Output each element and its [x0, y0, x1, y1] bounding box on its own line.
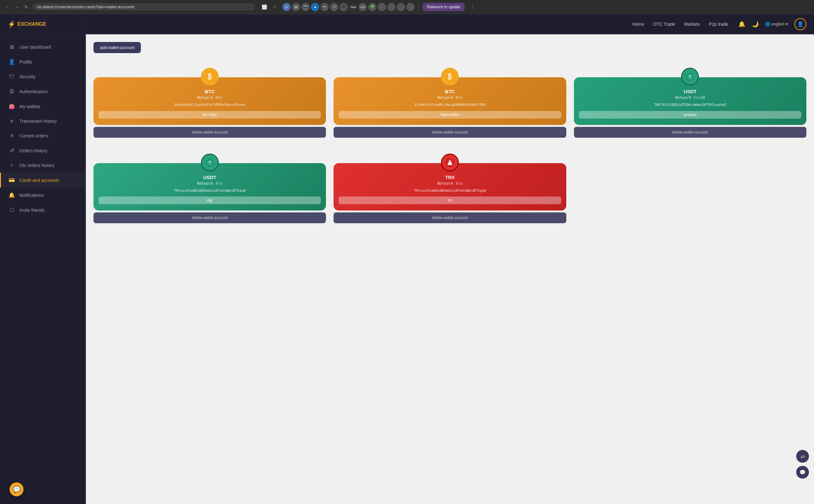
- divider: [418, 4, 419, 10]
- security-icon: 🛡: [9, 74, 15, 79]
- wallet-card-usdt-trc20: T USDT Network trc20 TW5Tk5SJ8QZoVZE8Hcx…: [574, 66, 806, 138]
- ext-screen[interactable]: ⬛: [340, 3, 348, 11]
- usdt-trc20-currency: USDT: [579, 89, 801, 94]
- wallet-card-btc-fake: ₿ BTC Network btc 3JJmF63ifcamPLiAmLgG96…: [334, 66, 566, 138]
- wallets-icon: 👛: [9, 103, 15, 109]
- ext-camera[interactable]: 📷: [301, 3, 310, 11]
- usdt-trc20-address: TW5Tk5SJ8QZoVZE8HcxWdmj9PTM21wqYpR: [579, 102, 801, 108]
- usdt-trx-delete-button[interactable]: delete-wallet-account: [93, 212, 326, 223]
- add-wallet-button[interactable]: add-wallet-account: [93, 42, 141, 53]
- wallet-card-inner-btc-main: ₿ BTC Network btc 34xp4vRoCGJym3xR7yCVPF…: [93, 77, 326, 125]
- nav-links: Home OTC Trade Markets P2p trade: [632, 20, 728, 28]
- ext-gray4[interactable]: [406, 3, 415, 11]
- btc-main-delete-button[interactable]: delete-wallet-account: [93, 127, 326, 138]
- trx-currency: TRX: [339, 175, 561, 180]
- ext-36[interactable]: 36: [292, 3, 300, 11]
- nav-p2p[interactable]: P2p trade: [709, 20, 728, 28]
- btc-fake-address: 3JJmF63ifcamPLiAmLgG96RA599yNtY3EQ: [339, 102, 561, 108]
- trx-network: Network trx: [339, 181, 561, 186]
- sidebar-item-otc-orders-history[interactable]: ≈ Otc orders history: [0, 158, 86, 173]
- orders-history-icon: ↺: [9, 148, 15, 154]
- reload-button[interactable]: ↻: [23, 3, 30, 10]
- usdt-trx-address: THtvvz5twQ8sQN3mdo1xRYoCmNpiBTZgxW: [99, 188, 321, 194]
- bookmark-icon[interactable]: ☆: [270, 3, 279, 11]
- lang-label: english: [771, 22, 784, 26]
- float-right-buttons: ⇄ 💬: [796, 450, 809, 479]
- ext-gray2[interactable]: [387, 3, 396, 11]
- sidebar-item-label: User dashboard: [19, 45, 51, 50]
- cast-icon[interactable]: ⬜: [260, 3, 268, 11]
- usdt-trc20-network: Network trc20: [579, 95, 801, 100]
- ext-gray3[interactable]: [397, 3, 405, 11]
- sidebar-item-label: Profile: [19, 59, 32, 65]
- nav-right: 🔔 🌙 🌐 english ▾ 👤: [738, 18, 806, 30]
- relaunch-button[interactable]: Relaunch to update: [423, 3, 465, 11]
- invite-icon: ⬡: [9, 207, 15, 213]
- logo-icon: ⚡: [8, 20, 16, 28]
- trx-address: THtvvz5twQ8sQN3mdo1xRYoCmNpiBTZgxW: [339, 188, 561, 194]
- menu-icon[interactable]: ⋮: [468, 3, 477, 11]
- sidebar-item-authentication[interactable]: ☰ Authentication: [0, 84, 86, 99]
- theme-toggle[interactable]: 🌙: [752, 21, 759, 28]
- bell-button[interactable]: 🔔: [738, 21, 745, 28]
- sidebar-item-cards-and-accounts[interactable]: 💳 Cards and accounts: [0, 173, 86, 188]
- btc-fake-icon: ₿: [441, 68, 459, 86]
- wallet-card-trx: TRX Network trx THtvvz5twQ8sQN3mdo1xRYoC…: [334, 152, 566, 224]
- ext-puzzle[interactable]: 🧩: [368, 3, 376, 11]
- sidebar-item-current-orders[interactable]: ≡ Current orders: [0, 128, 86, 143]
- address-bar[interactable]: [32, 3, 255, 10]
- btc-main-network: Network btc: [99, 95, 321, 100]
- btc-fake-delete-button[interactable]: delete-wallet-account: [334, 127, 566, 138]
- sidebar-item-label: My wallets: [19, 104, 40, 109]
- ext-gray1[interactable]: [378, 3, 386, 11]
- trx-label: trx: [339, 197, 561, 204]
- sidebar: ⚡ EXCHANGE ⊞ User dashboard 👤 Profile 🛡 …: [0, 14, 86, 504]
- sidebar-item-user-dashboard[interactable]: ⊞ User dashboard: [0, 39, 86, 54]
- extension-icons: 17 36 📷 ● ✏ 🛡 ⬛ New </> 🧩: [282, 3, 415, 11]
- support-button[interactable]: 💬: [796, 466, 809, 479]
- translate-button[interactable]: ⇄: [796, 450, 809, 463]
- sidebar-item-orders-history[interactable]: ↺ Orders history: [0, 143, 86, 158]
- sidebar-item-transaction-history[interactable]: ≡ Transaction history: [0, 114, 86, 128]
- profile-icon: 👤: [9, 59, 15, 65]
- dashboard-icon: ⊞: [9, 44, 15, 50]
- wallet-card-inner-usdt-trc20: T USDT Network trc20 TW5Tk5SJ8QZoVZE8Hcx…: [574, 77, 806, 125]
- trx-icon: [441, 154, 459, 171]
- wallet-card-inner-trx: TRX Network trx THtvvz5twQ8sQN3mdo1xRYoC…: [334, 163, 566, 211]
- forward-button[interactable]: →: [13, 3, 20, 10]
- nav-home[interactable]: Home: [632, 20, 644, 28]
- ext-blue[interactable]: ●: [311, 3, 319, 11]
- browser-chrome: ← → ↻ ⬜ ☆ 17 36 📷 ● ✏ 🛡 ⬛ New </> 🧩 Rela…: [0, 0, 814, 14]
- sidebar-item-profile[interactable]: 👤 Profile: [0, 54, 86, 69]
- back-button[interactable]: ←: [4, 3, 11, 10]
- sidebar-item-label: Otc orders history: [19, 163, 54, 168]
- chat-widget[interactable]: 💬: [10, 482, 24, 496]
- nav-otc-trade[interactable]: OTC Trade: [653, 20, 675, 28]
- ext-shield[interactable]: 🛡: [330, 3, 338, 11]
- ext-pen[interactable]: ✏: [321, 3, 329, 11]
- sidebar-item-label: Security: [19, 74, 36, 79]
- ext-code[interactable]: </>: [359, 3, 367, 11]
- usdt-trc20-icon: T: [681, 68, 699, 86]
- usdt-trc20-delete-button[interactable]: delete-wallet-account: [574, 127, 806, 138]
- usdt-trx-currency: USDT: [99, 175, 321, 180]
- main-area: add-wallet-account ₿ BTC Network btc 34x…: [86, 34, 814, 504]
- sidebar-item-label: Current orders: [19, 133, 48, 138]
- wallet-card-usdt-trx: T USDT Network trx THtvvz5twQ8sQN3mdo1xR…: [93, 152, 326, 224]
- ext-new[interactable]: New: [349, 3, 357, 11]
- user-avatar[interactable]: 👤: [794, 18, 806, 30]
- sidebar-item-security[interactable]: 🛡 Security: [0, 69, 86, 84]
- sidebar-item-my-wallets[interactable]: 👛 My wallets: [0, 99, 86, 114]
- sidebar-item-notifications[interactable]: 🔔 Notifications: [0, 188, 86, 203]
- sidebar-item-label: Orders history: [19, 148, 47, 153]
- trx-delete-button[interactable]: delete-wallet-account: [334, 212, 566, 223]
- btc-main-label: btc main: [99, 111, 321, 119]
- ext-17[interactable]: 17: [282, 3, 291, 11]
- nav-markets[interactable]: Markets: [684, 20, 700, 28]
- sidebar-item-label: Cards and accounts: [19, 178, 59, 183]
- language-selector[interactable]: 🌐 english ▾: [765, 22, 788, 26]
- sidebar-item-invite-friends[interactable]: ⬡ Invite friends: [0, 203, 86, 217]
- usdt-trc20-label: wrwerw: [579, 111, 801, 119]
- btc-fake-label: fake-wallet: [339, 111, 561, 119]
- tx-history-icon: ≡: [9, 118, 15, 124]
